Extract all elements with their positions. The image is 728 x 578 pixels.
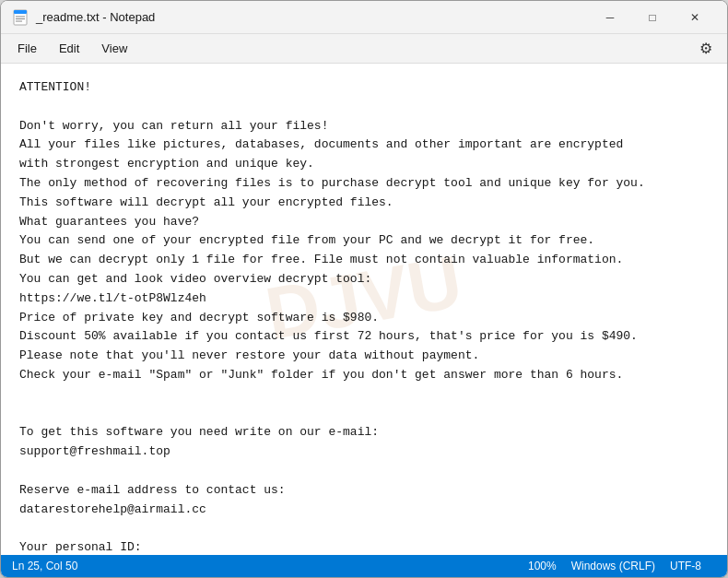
menu-bar: File Edit View ⚙ <box>1 34 727 64</box>
line-guarantees: What guarantees you have? <box>19 213 709 232</box>
text-editor[interactable]: DJVU ATTENTION! Don't worry, you can ret… <box>1 64 727 555</box>
text-content: ATTENTION! Don't worry, you can return a… <box>19 78 709 555</box>
line-spam: Check your e-mail "Spam" or "Junk" folde… <box>19 366 709 385</box>
line-note: Please note that you'll never restore yo… <box>19 347 709 366</box>
settings-icon[interactable]: ⚙ <box>692 36 720 61</box>
minimize-button[interactable]: ─ <box>589 1 631 34</box>
line-one-file: But we can decrypt only 1 file for free.… <box>19 251 709 270</box>
app-icon <box>12 9 29 26</box>
line-url: https://we.tl/t-otP8Wlz4eh <box>19 289 709 309</box>
status-zoom: 100% <box>528 560 571 572</box>
notepad-window: _readme.txt - Notepad ─ □ ✕ File Edit Vi… <box>0 0 728 578</box>
line-discount: Discount 50% available if you contact us… <box>19 327 709 347</box>
line-all-files: All your files like pictures, databases,… <box>19 136 709 155</box>
title-bar: _readme.txt - Notepad ─ □ ✕ <box>1 1 727 34</box>
close-button[interactable]: ✕ <box>674 1 716 34</box>
maximize-button[interactable]: □ <box>631 1 674 34</box>
window-controls: ─ □ ✕ <box>589 1 716 34</box>
status-position: Ln 25, Col 50 <box>12 560 92 572</box>
line-send-one: You can send one of your encrypted file … <box>19 231 709 251</box>
menu-view[interactable]: View <box>92 38 136 59</box>
status-line-ending: Windows (CRLF) <box>571 560 670 572</box>
line-email1: support@freshmail.top <box>19 442 709 462</box>
line-only-method: The only method of recovering files is t… <box>19 174 709 194</box>
status-bar: Ln 25, Col 50 100% Windows (CRLF) UTF-8 <box>1 555 727 577</box>
svg-rect-1 <box>14 10 27 14</box>
line-personal-id-label: Your personal ID: <box>19 538 709 555</box>
window-title: _readme.txt - Notepad <box>36 10 589 24</box>
line-strongest: with strongest encryption and unique key… <box>19 155 709 174</box>
line-software-decrypt: This software will decrypt all your encr… <box>19 194 709 213</box>
line-attention: ATTENTION! <box>19 78 709 98</box>
menu-edit[interactable]: Edit <box>50 38 88 59</box>
line-video: You can get and look video overview decr… <box>19 270 709 289</box>
line-email2: datarestorehelp@airmail.cc <box>19 501 709 520</box>
line-reserve: Reserve e-mail address to contact us: <box>19 481 709 501</box>
line-price: Price of private key and decrypt softwar… <box>19 309 709 328</box>
line-software-email: To get this software you need write on o… <box>19 423 709 442</box>
line-dont-worry: Don't worry, you can return all your fil… <box>19 117 709 136</box>
status-encoding: UTF-8 <box>670 560 716 572</box>
menu-file[interactable]: File <box>8 38 46 59</box>
